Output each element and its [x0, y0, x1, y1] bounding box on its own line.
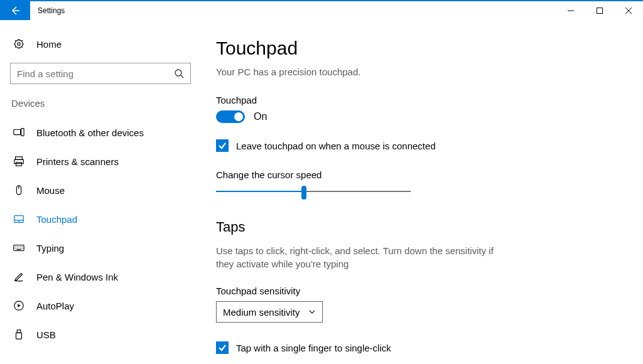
- touchpad-icon: [13, 213, 25, 225]
- printer-icon: [13, 155, 25, 168]
- maximize-icon: [597, 8, 603, 14]
- svg-rect-4: [14, 130, 21, 135]
- back-button[interactable]: [0, 1, 30, 20]
- check-icon: [218, 141, 227, 150]
- sidebar-item-label: Pen & Windows Ink: [36, 272, 118, 282]
- leave-touchpad-checkbox-row[interactable]: Leave touchpad on when a mouse is connec…: [216, 139, 618, 152]
- svg-rect-13: [17, 330, 20, 333]
- single-tap-checkbox-row[interactable]: Tap with a single finger to single-click: [216, 341, 618, 354]
- svg-rect-8: [16, 163, 22, 166]
- page-title: Touchpad: [216, 38, 618, 59]
- home-icon: [13, 38, 25, 50]
- cursor-speed-slider[interactable]: [216, 185, 411, 198]
- sidebar-item-touchpad[interactable]: Touchpad: [10, 205, 191, 233]
- minimize-button[interactable]: [556, 1, 585, 20]
- minimize-icon: [568, 8, 574, 14]
- sidebar: Home Devices Bluetooth & other devices P…: [0, 20, 201, 364]
- chevron-down-icon: [308, 308, 316, 316]
- sidebar-item-label: AutoPlay: [36, 301, 74, 311]
- checkbox-checked[interactable]: [216, 139, 229, 152]
- titlebar: Settings: [0, 0, 643, 20]
- sidebar-item-pen[interactable]: Pen & Windows Ink: [10, 263, 191, 291]
- search-icon: [174, 68, 184, 78]
- sidebar-item-usb[interactable]: USB: [10, 321, 191, 348]
- checkbox-checked[interactable]: [216, 341, 229, 354]
- mouse-icon: [13, 184, 25, 196]
- taps-description: Use taps to click, right-click, and sele…: [216, 244, 511, 270]
- taps-heading: Taps: [216, 219, 618, 235]
- sidebar-home[interactable]: Home: [10, 30, 191, 58]
- svg-point-2: [18, 43, 21, 46]
- sidebar-item-label: Touchpad: [36, 214, 77, 225]
- dropdown-value: Medium sensitivity: [223, 307, 300, 318]
- keyboard-icon: [13, 242, 25, 254]
- sidebar-item-label: USB: [36, 329, 56, 340]
- sidebar-item-label: Typing: [36, 243, 64, 254]
- usb-icon: [13, 328, 25, 341]
- slider-thumb[interactable]: [301, 186, 306, 200]
- sidebar-home-label: Home: [36, 39, 62, 50]
- svg-rect-14: [16, 333, 22, 339]
- sidebar-item-mouse[interactable]: Mouse: [10, 176, 191, 204]
- arrow-left-icon: [10, 6, 20, 16]
- svg-rect-5: [21, 129, 24, 136]
- sidebar-item-typing[interactable]: Typing: [10, 234, 191, 262]
- devices-icon: [13, 126, 25, 139]
- sidebar-item-bluetooth[interactable]: Bluetooth & other devices: [10, 119, 191, 146]
- cursor-speed-label: Change the cursor speed: [216, 169, 618, 180]
- search-input[interactable]: [17, 68, 174, 79]
- checkbox-label: Tap with a single finger to single-click: [236, 343, 391, 353]
- toggle-state: On: [254, 111, 267, 122]
- window-title: Settings: [30, 6, 65, 15]
- sidebar-item-printers[interactable]: Printers & scanners: [10, 147, 191, 175]
- svg-rect-0: [597, 8, 603, 14]
- checkbox-label: Leave touchpad on when a mouse is connec…: [236, 141, 436, 151]
- sensitivity-dropdown[interactable]: Medium sensitivity: [216, 301, 323, 323]
- close-button[interactable]: [614, 1, 643, 20]
- svg-rect-6: [16, 157, 23, 160]
- search-box[interactable]: [10, 63, 191, 84]
- autoplay-icon: [13, 299, 25, 312]
- sidebar-item-label: Bluetooth & other devices: [36, 127, 144, 138]
- touchpad-toggle[interactable]: [216, 110, 245, 123]
- sensitivity-label: Touchpad sensitivity: [216, 286, 618, 296]
- sidebar-item-autoplay[interactable]: AutoPlay: [10, 292, 191, 319]
- content-pane: Touchpad Your PC has a precision touchpa…: [201, 20, 643, 364]
- svg-point-3: [175, 70, 181, 76]
- sidebar-item-label: Printers & scanners: [36, 156, 119, 167]
- svg-point-1: [15, 40, 23, 48]
- sidebar-item-label: Mouse: [36, 185, 65, 196]
- check-icon: [218, 343, 227, 352]
- close-icon: [625, 8, 632, 14]
- toggle-label: Touchpad: [216, 95, 618, 105]
- sidebar-category: Devices: [11, 98, 191, 109]
- maximize-button[interactable]: [585, 1, 614, 20]
- pen-icon: [13, 270, 25, 283]
- page-subtext: Your PC has a precision touchpad.: [216, 67, 618, 77]
